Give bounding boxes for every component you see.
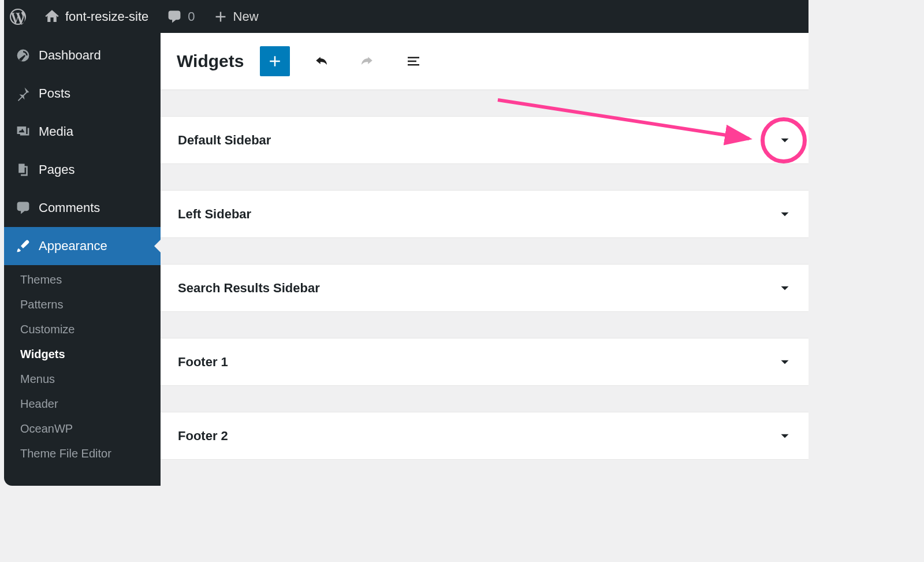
expand-toggle[interactable]	[777, 429, 792, 444]
sidebar-item-label: Appearance	[39, 239, 107, 254]
chevron-down-icon	[777, 355, 792, 370]
pin-icon	[16, 86, 31, 101]
list-view-button[interactable]	[398, 46, 429, 76]
widget-area-footer-1[interactable]: Footer 1	[161, 338, 808, 386]
comments-count: 0	[188, 9, 195, 24]
editor-header: Widgets	[161, 33, 808, 90]
plus-icon	[266, 53, 284, 70]
panel-spacer	[161, 164, 808, 190]
media-icon	[16, 124, 31, 139]
site-name-label: font-resize-site	[65, 9, 148, 24]
wp-logo[interactable]	[10, 9, 26, 25]
submenu-theme-file-editor[interactable]: Theme File Editor	[4, 441, 161, 466]
sidebar-item-label: Pages	[39, 162, 74, 177]
admin-bar: font-resize-site 0 New	[4, 0, 808, 33]
panel-title: Left Sidebar	[178, 207, 251, 222]
sidebar-item-dashboard[interactable]: Dashboard	[4, 36, 161, 75]
undo-button[interactable]	[306, 46, 336, 76]
pages-icon	[16, 162, 31, 177]
widget-area-default-sidebar[interactable]: Default Sidebar	[161, 116, 808, 164]
sidebar-item-label: Media	[39, 124, 73, 139]
add-block-button[interactable]	[260, 46, 290, 76]
submenu-themes[interactable]: Themes	[4, 267, 161, 292]
submenu-menus[interactable]: Menus	[4, 367, 161, 392]
expand-toggle[interactable]	[777, 355, 792, 370]
panel-spacer	[161, 386, 808, 412]
comment-icon	[167, 9, 182, 24]
sidebar-item-pages[interactable]: Pages	[4, 151, 161, 189]
chevron-down-icon	[777, 429, 792, 444]
panel-title: Footer 2	[178, 429, 228, 444]
page-title: Widgets	[177, 51, 244, 71]
sidebar-item-label: Posts	[39, 86, 70, 101]
panel-spacer	[161, 90, 808, 116]
home-icon	[44, 9, 59, 24]
redo-button[interactable]	[352, 46, 382, 76]
chevron-down-icon	[777, 207, 792, 222]
panel-spacer	[161, 460, 808, 486]
new-label: New	[233, 9, 259, 24]
appearance-submenu: Themes Patterns Customize Widgets Menus …	[4, 265, 161, 474]
sidebar-item-label: Comments	[39, 200, 100, 215]
sidebar-item-appearance[interactable]: Appearance	[4, 227, 161, 265]
redo-icon	[359, 53, 376, 70]
sidebar-item-media[interactable]: Media	[4, 113, 161, 151]
panel-spacer	[161, 312, 808, 338]
brush-icon	[16, 239, 31, 254]
expand-toggle[interactable]	[777, 207, 792, 222]
undo-icon	[312, 53, 330, 70]
submenu-oceanwp[interactable]: OceanWP	[4, 416, 161, 441]
comments-link[interactable]: 0	[167, 9, 195, 24]
submenu-widgets[interactable]: Widgets	[4, 342, 161, 367]
expand-toggle[interactable]	[777, 281, 792, 296]
site-link[interactable]: font-resize-site	[44, 9, 148, 24]
admin-sidebar: Dashboard Posts Media Pages Comments App…	[4, 33, 161, 486]
widget-area-footer-2[interactable]: Footer 2	[161, 412, 808, 460]
sidebar-item-comments[interactable]: Comments	[4, 189, 161, 227]
sidebar-item-label: Dashboard	[39, 48, 101, 63]
expand-toggle[interactable]	[777, 133, 792, 148]
sidebar-item-posts[interactable]: Posts	[4, 75, 161, 113]
plus-icon	[214, 10, 228, 24]
wordpress-icon	[10, 9, 26, 25]
new-content-link[interactable]: New	[214, 9, 259, 24]
panel-title: Search Results Sidebar	[178, 281, 320, 296]
chevron-down-icon	[777, 133, 792, 148]
widget-area-left-sidebar[interactable]: Left Sidebar	[161, 190, 808, 238]
dashboard-icon	[16, 48, 31, 63]
submenu-header[interactable]: Header	[4, 392, 161, 416]
widget-area-search-results-sidebar[interactable]: Search Results Sidebar	[161, 264, 808, 312]
list-view-icon	[405, 53, 422, 70]
panel-spacer	[161, 238, 808, 264]
submenu-patterns[interactable]: Patterns	[4, 292, 161, 317]
chevron-down-icon	[777, 281, 792, 296]
panel-title: Default Sidebar	[178, 133, 271, 148]
submenu-customize[interactable]: Customize	[4, 317, 161, 342]
content-area: Widgets Default Sidebar Left Sidebar	[161, 33, 808, 486]
panel-title: Footer 1	[178, 355, 228, 370]
comments-icon	[16, 200, 31, 215]
